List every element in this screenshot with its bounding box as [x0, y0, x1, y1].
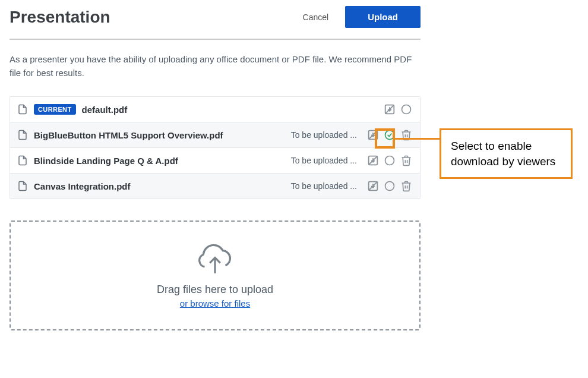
- row-actions: [366, 179, 413, 193]
- current-toggle-icon[interactable]: [383, 179, 396, 193]
- dropzone[interactable]: Drag files here to upload or browse for …: [10, 220, 421, 330]
- row-actions: [383, 103, 413, 116]
- header: Presentation Cancel Upload: [10, 6, 421, 40]
- page-title: Presentation: [10, 8, 110, 27]
- row-actions: [366, 154, 413, 167]
- upload-status: To be uploaded ...: [291, 130, 357, 140]
- browse-link[interactable]: or browse for files: [180, 298, 250, 308]
- svg-point-11: [385, 156, 394, 165]
- svg-line-14: [369, 182, 378, 191]
- upload-status: To be uploaded ...: [291, 181, 357, 191]
- cancel-button[interactable]: Cancel: [303, 12, 329, 22]
- file-row: Blindside Landing Page Q & A.pdf To be u…: [10, 148, 420, 174]
- document-icon: [17, 103, 28, 116]
- file-name: Blindside Landing Page Q & A.pdf: [34, 156, 285, 166]
- current-toggle-icon[interactable]: [383, 154, 396, 167]
- delete-icon[interactable]: [400, 154, 413, 167]
- document-icon: [17, 128, 28, 141]
- svg-point-3: [402, 105, 411, 114]
- current-selected-icon[interactable]: [383, 128, 396, 141]
- download-disabled-icon[interactable]: [366, 128, 380, 141]
- drop-label: Drag files here to upload: [23, 284, 407, 296]
- document-icon: [17, 154, 28, 167]
- file-row: BigBlueButton HTML5 Support Overview.pdf…: [10, 122, 420, 148]
- svg-point-7: [385, 131, 394, 140]
- file-row: Canvas Integration.pdf To be uploaded ..…: [10, 174, 420, 199]
- file-name: Canvas Integration.pdf: [34, 181, 285, 191]
- download-disabled-icon[interactable]: [366, 179, 380, 193]
- svg-line-2: [385, 105, 394, 114]
- upload-button[interactable]: Upload: [345, 6, 421, 28]
- cloud-upload-icon: [194, 244, 236, 279]
- upload-status: To be uploaded ...: [291, 156, 357, 165]
- download-disabled-icon[interactable]: [383, 103, 396, 116]
- document-icon: [17, 179, 28, 193]
- current-toggle-icon[interactable]: [400, 103, 413, 116]
- header-actions: Cancel Upload: [303, 6, 421, 28]
- delete-icon[interactable]: [400, 179, 413, 193]
- svg-line-10: [369, 156, 378, 165]
- annotation-connector: [395, 138, 440, 140]
- file-name: default.pdf: [82, 105, 377, 115]
- description-text: As a presenter you have the ability of u…: [10, 53, 421, 80]
- annotation-callout: Select to enable download by viewers: [440, 128, 573, 179]
- file-name: BigBlueButton HTML5 Support Overview.pdf: [34, 130, 285, 140]
- file-list: CURRENT default.pdf BigBlueButton HTML5 …: [10, 96, 421, 199]
- file-row: CURRENT default.pdf: [10, 97, 420, 122]
- download-disabled-icon[interactable]: [366, 154, 380, 167]
- svg-point-15: [385, 182, 394, 191]
- svg-line-6: [369, 131, 378, 140]
- current-badge: CURRENT: [34, 104, 76, 115]
